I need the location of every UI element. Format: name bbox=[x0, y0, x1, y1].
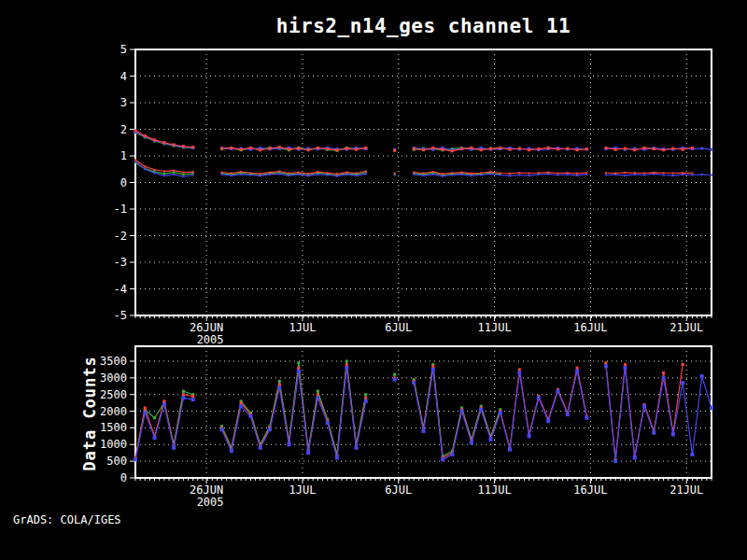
series-marker-lower-band-red bbox=[451, 172, 453, 174]
series-marker-lower-band-red bbox=[336, 173, 338, 175]
svg-text:2: 2 bbox=[120, 123, 127, 136]
series-marker-counts-blue bbox=[297, 370, 301, 373]
series-marker-lower-band-red bbox=[345, 172, 347, 174]
series-marker-upper-band-red bbox=[335, 148, 338, 151]
series-marker-upper-band-red bbox=[249, 147, 252, 149]
series-marker-lower-band-red bbox=[471, 173, 472, 175]
axis-frame bbox=[135, 49, 712, 315]
series-marker-upper-band-red bbox=[537, 147, 540, 150]
series-marker-lower-band-red bbox=[538, 172, 540, 174]
series-marker-counts-blue bbox=[345, 366, 348, 370]
series-marker-lower-band-blue bbox=[529, 175, 530, 176]
series-marker-lower-band-blue bbox=[624, 175, 626, 176]
series-marker-upper-band-red bbox=[442, 148, 444, 151]
series-marker-upper-band-red bbox=[259, 148, 261, 151]
series-marker-counts-blue bbox=[326, 421, 330, 425]
series-marker-upper-band-blue bbox=[700, 147, 703, 150]
series-marker-upper-band-red bbox=[182, 145, 185, 147]
series-marker-upper-band-red bbox=[671, 147, 674, 150]
series-marker-lower-band-blue bbox=[231, 175, 233, 176]
series-marker-lower-band-red bbox=[576, 173, 578, 175]
series-marker-lower-band-red bbox=[269, 172, 271, 174]
series-marker-lower-band-blue bbox=[221, 174, 223, 175]
series-marker-counts-blue bbox=[268, 427, 272, 431]
series-marker-counts-green bbox=[364, 393, 367, 396]
series-marker-counts-red bbox=[191, 395, 194, 398]
series-marker-lower-band-red bbox=[663, 172, 665, 174]
series-marker-counts-blue bbox=[335, 456, 339, 460]
series-marker-lower-band-blue bbox=[144, 168, 146, 170]
series-marker-counts-blue bbox=[143, 411, 147, 414]
series-marker-upper-band-red bbox=[220, 147, 223, 150]
series-marker-counts-red bbox=[518, 368, 521, 371]
series-marker-lower-band-blue bbox=[269, 174, 271, 175]
series-marker-counts-red bbox=[364, 397, 367, 399]
series-marker-lower-band-red bbox=[605, 172, 607, 174]
series-marker-upper-band-red bbox=[662, 148, 665, 151]
series-marker-counts-blue bbox=[288, 442, 291, 446]
series-marker-lower-band-blue bbox=[327, 175, 329, 176]
series-marker-lower-band-blue bbox=[394, 175, 396, 176]
series-marker-upper-band-red bbox=[162, 141, 165, 144]
series-marker-upper-band-red bbox=[682, 148, 684, 151]
series-marker-upper-band-red bbox=[604, 147, 607, 149]
svg-text:2500: 2500 bbox=[100, 388, 127, 401]
series-marker-upper-band-red bbox=[460, 147, 463, 150]
series-marker-upper-band-red bbox=[230, 147, 233, 149]
series-marker-lower-band-red bbox=[365, 171, 367, 173]
series-marker-counts-blue bbox=[633, 456, 637, 460]
series-marker-upper-band-red bbox=[288, 147, 290, 150]
series-marker-upper-band-red bbox=[528, 148, 530, 151]
series-marker-counts-blue bbox=[556, 389, 559, 393]
series-marker-counts-blue bbox=[508, 448, 512, 452]
series-marker-lower-band-red bbox=[240, 171, 242, 173]
series-marker-lower-band-red bbox=[480, 172, 482, 174]
series-marker-counts-blue bbox=[652, 431, 655, 435]
series-marker-counts-red bbox=[240, 401, 243, 404]
series-marker-lower-band-blue bbox=[605, 175, 607, 176]
series-marker-lower-band-red bbox=[307, 173, 309, 175]
series-marker-lower-band-blue bbox=[451, 175, 453, 176]
series-marker-counts-blue bbox=[306, 451, 310, 455]
series-marker-lower-band-red bbox=[518, 172, 520, 174]
series-marker-counts-blue bbox=[191, 398, 195, 401]
svg-text:1500: 1500 bbox=[100, 421, 127, 434]
series-marker-lower-band-blue bbox=[643, 175, 645, 176]
series-marker-upper-band-red bbox=[355, 148, 358, 151]
series-marker-lower-band-blue bbox=[557, 175, 558, 176]
series-marker-lower-band-green bbox=[182, 174, 184, 175]
series-marker-counts-blue bbox=[248, 414, 252, 418]
series-marker-counts-red bbox=[662, 371, 665, 374]
series-marker-lower-band-red bbox=[173, 170, 175, 172]
svg-text:-2: -2 bbox=[114, 230, 127, 243]
series-marker-lower-band-red bbox=[192, 171, 194, 173]
series-line-lower-band-blue bbox=[606, 174, 712, 175]
series-marker-lower-band-green bbox=[192, 173, 194, 175]
series-marker-lower-band-blue bbox=[585, 174, 587, 175]
series-line-counts-blue bbox=[606, 366, 712, 461]
series-marker-lower-band-blue bbox=[182, 175, 184, 177]
series-marker-upper-band-red bbox=[144, 134, 147, 137]
x-tick-label: 1JUL bbox=[289, 321, 316, 334]
series-marker-upper-band-red bbox=[499, 147, 501, 149]
svg-text:-1: -1 bbox=[114, 203, 127, 216]
y-axis-label-data-counts: Data Counts bbox=[80, 356, 99, 471]
x-tick-label: 26JUN bbox=[190, 483, 223, 497]
series-marker-counts-blue bbox=[277, 386, 281, 390]
series-marker-upper-band-red bbox=[576, 148, 579, 151]
svg-text:3: 3 bbox=[120, 96, 127, 109]
svg-text:1000: 1000 bbox=[100, 438, 127, 451]
series-marker-counts-green bbox=[317, 390, 319, 393]
series-marker-lower-band-red bbox=[624, 172, 626, 174]
series-marker-lower-band-red bbox=[413, 172, 415, 174]
series-marker-upper-band-red bbox=[307, 148, 310, 151]
series-marker-counts-blue bbox=[412, 381, 416, 385]
series-marker-lower-band-red bbox=[529, 173, 530, 175]
series-marker-lower-band-red bbox=[231, 173, 233, 175]
series-marker-lower-band-red bbox=[432, 171, 434, 173]
series-marker-counts-blue bbox=[488, 438, 492, 441]
series-marker-counts-blue bbox=[575, 370, 579, 373]
series-marker-counts-blue bbox=[517, 371, 521, 375]
series-marker-counts-red bbox=[182, 393, 185, 396]
series-marker-lower-band-red bbox=[249, 172, 251, 174]
